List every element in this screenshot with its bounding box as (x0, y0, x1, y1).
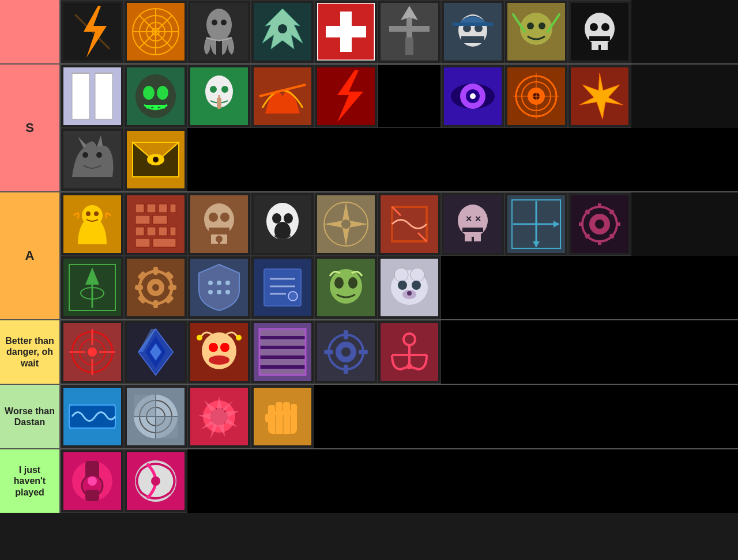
svg-rect-93 (159, 204, 167, 213)
svg-point-87 (82, 205, 103, 226)
icon-warden[interactable] (251, 256, 314, 319)
icon-lion[interactable] (251, 65, 314, 128)
tier-label-b: Better than danger, oh wait (0, 320, 61, 384)
svg-rect-159 (153, 300, 158, 308)
svg-rect-98 (147, 227, 156, 236)
icon-squid[interactable] (187, 0, 251, 63)
svg-rect-232 (69, 405, 115, 428)
svg-rect-161 (168, 285, 176, 290)
icon-jager[interactable] (61, 0, 124, 63)
icon-mute[interactable] (61, 385, 124, 448)
svg-rect-32 (453, 22, 493, 26)
icon-kaid[interactable] (378, 320, 441, 384)
tier-label-s: S (0, 65, 61, 191)
svg-rect-92 (147, 204, 156, 213)
svg-rect-42 (592, 41, 598, 50)
svg-point-208 (209, 355, 229, 365)
svg-rect-129 (465, 232, 472, 241)
svg-rect-57 (217, 97, 221, 109)
svg-rect-100 (170, 227, 176, 236)
icon-amaru[interactable] (251, 385, 314, 448)
icon-dokkaebi[interactable] (504, 192, 568, 256)
icon-echo[interactable] (124, 320, 187, 384)
icon-buck[interactable] (314, 192, 378, 256)
icon-vigil[interactable] (441, 65, 504, 128)
svg-point-85 (153, 157, 159, 162)
icon-bandit[interactable] (314, 65, 378, 128)
icon-fuze[interactable] (187, 192, 251, 256)
svg-rect-99 (159, 227, 167, 236)
icon-nomad[interactable]: ✕ ✕ (441, 192, 504, 256)
svg-point-180 (330, 269, 362, 304)
svg-point-209 (197, 335, 202, 340)
icon-glaz[interactable] (504, 65, 568, 128)
tier-icons-top: RRANKER (61, 0, 738, 63)
icon-ela[interactable] (61, 320, 124, 384)
icon-goyo[interactable] (378, 256, 441, 319)
icon-twitch[interactable] (568, 65, 631, 128)
svg-rect-128 (462, 228, 483, 232)
icon-black-1 (378, 65, 441, 128)
icon-alibi[interactable] (61, 449, 124, 513)
icon-ash[interactable] (251, 0, 314, 63)
icon-caveira[interactable] (187, 65, 251, 128)
svg-rect-223 (344, 365, 348, 374)
icon-lion2[interactable] (61, 192, 124, 256)
svg-point-167 (208, 281, 213, 285)
icon-clash[interactable] (124, 385, 187, 448)
icon-maestro[interactable] (124, 256, 187, 319)
svg-point-171 (217, 290, 221, 294)
icon-nokk[interactable] (124, 449, 187, 513)
icon-blitz[interactable]: RRANKER (568, 0, 631, 63)
svg-point-182 (348, 277, 357, 289)
svg-point-207 (220, 343, 229, 352)
svg-rect-250 (283, 402, 290, 415)
svg-point-221 (341, 347, 351, 357)
icon-thorn[interactable] (314, 320, 378, 384)
tier-list-container: RRANKER S (0, 0, 738, 513)
svg-point-230 (406, 364, 412, 369)
icon-sledge[interactable] (251, 192, 314, 256)
s-row2-black-fill (187, 128, 738, 191)
tier-icons-d (61, 449, 738, 513)
tier-label-top (0, 0, 61, 63)
svg-text:✕: ✕ (475, 214, 481, 224)
svg-rect-45 (72, 73, 89, 119)
svg-rect-41 (589, 36, 610, 41)
svg-point-105 (209, 213, 218, 222)
icon-shield-op[interactable] (187, 256, 251, 319)
svg-point-88 (86, 211, 91, 216)
icon-mozzie[interactable] (124, 128, 187, 191)
icon-jackal[interactable] (61, 128, 124, 191)
icon-gridlock[interactable] (378, 192, 441, 256)
icon-rook[interactable] (61, 65, 124, 128)
svg-point-210 (236, 335, 242, 340)
a-row2-black-fill (441, 256, 738, 319)
b-black-fill (441, 320, 738, 384)
icon-lesion[interactable] (187, 385, 251, 448)
svg-text:✕: ✕ (465, 214, 472, 224)
icon-flores[interactable] (568, 192, 631, 256)
svg-point-35 (527, 22, 534, 29)
tier-label-c: Worse than Dastan (0, 385, 61, 448)
icon-montagne[interactable] (251, 320, 314, 384)
svg-point-114 (284, 213, 293, 224)
svg-point-40 (601, 23, 609, 31)
icon-valkyrie[interactable] (441, 0, 504, 63)
svg-point-51 (143, 86, 155, 100)
icon-frost[interactable] (124, 0, 187, 63)
icon-thatcher[interactable] (378, 0, 441, 63)
icon-capitao[interactable] (504, 0, 568, 63)
svg-rect-251 (291, 404, 297, 415)
icon-pulse[interactable] (61, 256, 124, 319)
svg-rect-20 (326, 26, 366, 37)
svg-point-113 (272, 213, 281, 224)
svg-rect-46 (95, 73, 112, 119)
icon-kapkan[interactable] (187, 320, 251, 384)
svg-rect-224 (324, 350, 333, 354)
icon-oryx[interactable] (314, 256, 378, 319)
icon-doc[interactable] (314, 0, 378, 63)
icon-hibana[interactable] (124, 192, 187, 256)
svg-rect-96 (153, 215, 167, 224)
icon-smoke[interactable] (124, 65, 187, 128)
